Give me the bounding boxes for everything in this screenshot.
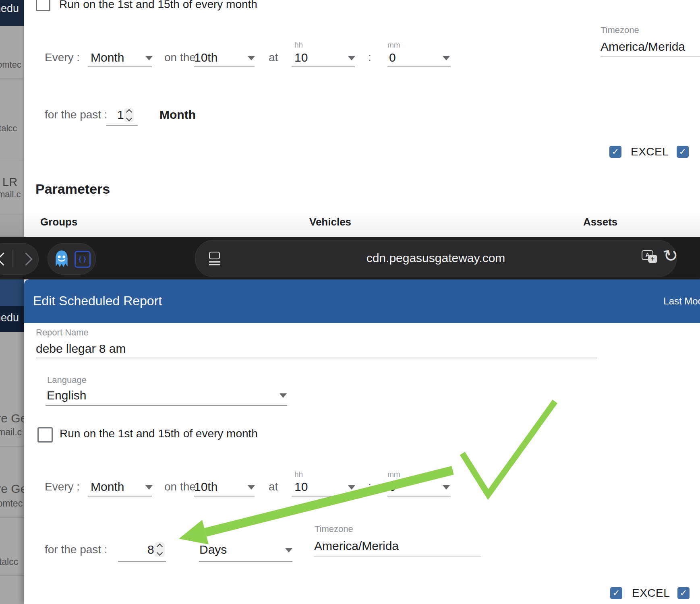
past-unit-select-value[interactable]: Days <box>199 544 227 556</box>
sidebar-item-fragment: mail.c <box>0 428 22 437</box>
timezone-value[interactable]: America/Merida <box>601 41 685 53</box>
stepper-down-icon[interactable] <box>156 550 163 556</box>
chevron-down-icon[interactable] <box>443 56 450 60</box>
day-select-value[interactable]: 10th <box>194 52 217 64</box>
sidebar-item-fragment: comtec <box>0 499 23 508</box>
bottom-sidebar-strip: nedu tre Ge mail.c tre Ge comtec gitalcc <box>0 279 24 604</box>
url-bar[interactable]: cdn.pegasusgateway.com A + ↻ <box>195 240 677 277</box>
sidebar-item-fragment: mail.c <box>0 190 21 199</box>
hh-label: hh <box>294 41 303 49</box>
chevron-down-icon[interactable] <box>145 485 153 490</box>
excel-checkbox-2[interactable]: ✓ <box>677 146 689 158</box>
check-icon: ✓ <box>680 588 687 598</box>
underline <box>36 358 597 358</box>
excel-checkbox-2[interactable]: ✓ <box>677 587 690 599</box>
chevron-down-icon[interactable] <box>248 485 255 490</box>
chevron-down-icon[interactable] <box>348 56 355 60</box>
underline <box>88 66 152 67</box>
minute-select-value[interactable]: 0 <box>389 52 396 64</box>
top-page-section: nedu comtec gitalcc LR mail.c Run on the… <box>0 0 700 237</box>
chevron-down-icon[interactable] <box>280 393 287 398</box>
forward-icon[interactable] <box>19 252 33 266</box>
timezone-value[interactable]: America/Merida <box>314 540 399 552</box>
underline <box>601 56 700 57</box>
every-select-value[interactable]: Month <box>91 481 124 493</box>
stepper-down-icon[interactable] <box>126 115 132 122</box>
check-icon: ✓ <box>613 588 620 598</box>
top-sidebar-strip: nedu comtec gitalcc LR mail.c <box>0 0 24 237</box>
ghostery-icon[interactable] <box>54 250 69 268</box>
sidebar-item-label: nedu <box>0 3 19 14</box>
stepper-up-icon[interactable] <box>156 544 163 550</box>
at-label: at <box>269 52 278 63</box>
past-value-input[interactable]: 1 <box>117 109 124 121</box>
check-icon: ✓ <box>612 147 619 157</box>
hour-select-value[interactable]: 10 <box>294 52 308 64</box>
chevron-down-icon[interactable] <box>285 548 292 552</box>
url-text[interactable]: cdn.pegasusgateway.com <box>195 252 676 264</box>
excel-checkbox[interactable]: ✓ <box>610 587 622 599</box>
excel-label: EXCEL <box>631 146 669 157</box>
underline <box>88 496 152 496</box>
underline <box>118 561 166 562</box>
run-1st-15th-checkbox[interactable] <box>36 0 50 11</box>
chevron-down-icon[interactable] <box>145 56 153 60</box>
modal-title: Edit Scheduled Report <box>33 294 162 307</box>
timezone-label: Timezone <box>601 26 639 35</box>
excel-label: EXCEL <box>632 587 670 599</box>
stepper-up-icon[interactable] <box>126 109 132 116</box>
underline <box>314 556 481 557</box>
sidebar-item-fragment: comtec <box>0 60 21 69</box>
modal-header: Edit Scheduled Report Last Mod <box>24 279 700 323</box>
past-label: for the past : <box>45 109 108 120</box>
sidebar-item-fragment: LR <box>2 176 17 188</box>
underline <box>292 66 355 67</box>
underline <box>46 405 287 406</box>
underline <box>194 66 255 67</box>
nav-divider <box>12 250 13 268</box>
userscripts-icon[interactable]: { } <box>75 251 91 268</box>
hh-label: hh <box>294 470 303 478</box>
underline <box>387 66 451 67</box>
excel-checkbox[interactable]: ✓ <box>609 146 621 158</box>
back-icon[interactable] <box>0 252 10 266</box>
run-1st-15th-checkbox[interactable] <box>37 427 53 443</box>
background-header-band <box>0 279 24 306</box>
reload-icon[interactable]: ↻ <box>662 246 680 266</box>
underline <box>194 496 255 496</box>
underline <box>387 496 451 496</box>
day-select-value[interactable]: 10th <box>194 481 217 493</box>
chevron-down-icon[interactable] <box>443 485 450 490</box>
check-icon: ✓ <box>679 147 686 157</box>
browser-toolbar: { } cdn.pegasusgateway.com A + ↻ <box>0 237 700 279</box>
sidebar-item-label: nedu <box>0 312 19 323</box>
past-value-stepper[interactable] <box>154 542 165 557</box>
report-name-input[interactable]: debe llegar 8 am <box>36 343 126 355</box>
every-label: Every : <box>45 52 80 63</box>
run-1st-15th-label: Run on the 1st and 15th of every month <box>59 0 257 10</box>
past-value-input[interactable]: 8 <box>147 544 154 556</box>
mm-label: mm <box>387 41 400 49</box>
past-value-stepper[interactable] <box>124 108 134 122</box>
language-select-value[interactable]: English <box>47 389 86 401</box>
sidebar-divider <box>0 158 24 158</box>
sidebar-divider <box>0 517 24 518</box>
run-1st-15th-label: Run on the 1st and 15th of every month <box>60 428 258 439</box>
sidebar-item-fragment: gitalcc <box>0 557 18 567</box>
chevron-down-icon[interactable] <box>248 56 255 60</box>
extensions-pill: { } <box>48 243 96 275</box>
every-select-value[interactable]: Month <box>91 52 124 64</box>
chevron-down-icon[interactable] <box>348 485 355 490</box>
sidebar-item-fragment: gitalcc <box>0 124 17 133</box>
colon-separator: : <box>368 481 371 492</box>
every-label: Every : <box>45 481 80 492</box>
minute-select-value[interactable]: 0 <box>389 481 396 493</box>
sidebar-item-fragment: tre Ge <box>0 412 24 424</box>
sidebar-divider <box>0 575 24 576</box>
translate-icon[interactable]: A + <box>642 250 659 266</box>
hour-select-value[interactable]: 10 <box>294 481 308 493</box>
on-the-label: on the <box>164 52 196 63</box>
on-the-label: on the <box>164 481 196 492</box>
timezone-label: Timezone <box>315 525 353 534</box>
report-name-label: Report Name <box>36 328 89 337</box>
